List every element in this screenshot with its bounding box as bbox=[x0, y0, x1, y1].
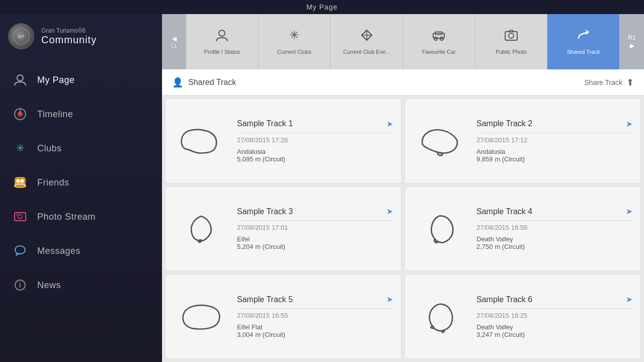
clubs-icon: ✳ bbox=[12, 140, 28, 156]
track-date-6: 27/08/2015 16:25 bbox=[476, 312, 632, 319]
track-info-2: Sample Track 2 ➤ 27/08/2015 17:12 Andalu… bbox=[476, 119, 632, 163]
track-card-2[interactable]: Sample Track 2 ➤ 27/08/2015 17:12 Andalu… bbox=[405, 99, 641, 184]
svg-point-14 bbox=[15, 246, 25, 254]
sidebar-item-my-page[interactable]: My Page bbox=[0, 63, 162, 97]
track-card-1[interactable]: Sample Track 1 ➤ 27/08/2015 17:28 Andalu… bbox=[165, 99, 401, 184]
track-name-5: Sample Track 5 bbox=[237, 295, 293, 304]
track-thumbnail-5 bbox=[174, 294, 229, 339]
track-distance-4: 2,750 m (Circuit) bbox=[476, 243, 632, 250]
track-info-3: Sample Track 3 ➤ 27/08/2015 17:01 Eifel … bbox=[237, 207, 393, 250]
track-share-icon-1: ➤ bbox=[386, 119, 393, 129]
track-info-4: Sample Track 4 ➤ 27/08/2015 16:58 Death … bbox=[476, 207, 632, 250]
tab-favourite-car[interactable]: Favourite Car bbox=[403, 14, 475, 69]
messages-icon bbox=[12, 243, 28, 259]
track-card-4[interactable]: Sample Track 4 ➤ 27/08/2015 16:58 Death … bbox=[405, 187, 641, 272]
tab-clubs[interactable]: ✳ Current Clubs bbox=[259, 14, 331, 69]
sidebar-item-timeline[interactable]: Timeline bbox=[0, 97, 162, 131]
track-card-3[interactable]: Sample Track 3 ➤ 27/08/2015 17:01 Eifel … bbox=[165, 187, 401, 272]
logo-text: Gran Turismo®6 Community bbox=[41, 27, 97, 46]
club-events-icon bbox=[360, 28, 374, 45]
sidebar: GT Gran Turismo®6 Community My Page bbox=[0, 14, 162, 362]
tab-shared-track[interactable]: Shared Track bbox=[547, 14, 620, 69]
share-track-button[interactable]: Share Track ⬆ bbox=[585, 77, 634, 88]
track-name-1: Sample Track 1 bbox=[237, 119, 293, 128]
sidebar-nav: My Page Timeline ✳ bbox=[0, 59, 162, 362]
tab-profile[interactable]: Profile / Status bbox=[186, 14, 259, 69]
track-date-2: 27/08/2015 17:12 bbox=[476, 136, 632, 144]
camera-icon bbox=[504, 28, 518, 45]
svg-point-10 bbox=[21, 179, 24, 183]
l1-label: L1 bbox=[171, 43, 177, 49]
track-card-6[interactable]: Sample Track 6 ➤ 27/08/2015 16:25 Death … bbox=[405, 274, 641, 359]
profile-icon bbox=[215, 28, 229, 45]
track-location-1: Andalusia bbox=[237, 148, 393, 155]
track-share-icon-4: ➤ bbox=[626, 207, 632, 216]
track-share-icon-2: ➤ bbox=[626, 119, 632, 129]
clubs-tab-icon: ✳ bbox=[287, 28, 301, 45]
track-location-2: Andalusia bbox=[476, 148, 632, 155]
share-track-label: Share Track bbox=[585, 78, 622, 86]
sidebar-item-clubs[interactable]: ✳ Clubs bbox=[0, 131, 162, 165]
svg-rect-8 bbox=[15, 177, 26, 188]
track-grid: Sample Track 1 ➤ 27/08/2015 17:28 Andalu… bbox=[162, 96, 644, 362]
svg-point-9 bbox=[17, 179, 20, 183]
track-date-4: 27/08/2015 16:58 bbox=[476, 224, 632, 231]
track-thumbnail-1 bbox=[174, 118, 229, 163]
tab-public-photo[interactable]: Public Photo bbox=[475, 14, 548, 69]
tab-shared-track-label: Shared Track bbox=[567, 48, 600, 55]
sidebar-item-news[interactable]: i News bbox=[0, 268, 162, 302]
track-name-4: Sample Track 4 bbox=[476, 207, 532, 216]
logo-game: Gran Turismo®6 bbox=[41, 27, 97, 34]
sidebar-item-label: Messages bbox=[37, 246, 80, 256]
track-distance-6: 3,247 m (Circuit) bbox=[476, 331, 632, 338]
sidebar-item-label: News bbox=[37, 280, 61, 291]
track-location-5: Eifel Flat bbox=[237, 323, 393, 331]
shared-track-icon bbox=[577, 28, 591, 45]
tab-favourite-car-label: Favourite Car bbox=[422, 48, 456, 55]
svg-text:✳: ✳ bbox=[16, 142, 25, 154]
nav-btn-left[interactable]: ◀ L1 bbox=[162, 14, 186, 69]
track-location-3: Eifel bbox=[237, 235, 393, 243]
friends-icon bbox=[12, 174, 28, 191]
track-thumbnail-6 bbox=[413, 294, 468, 339]
track-thumbnail-2 bbox=[413, 118, 468, 163]
track-info-5: Sample Track 5 ➤ 27/08/2015 16:55 Eifel … bbox=[237, 295, 393, 338]
nav-btn-right[interactable]: R1 ▶ bbox=[620, 14, 644, 69]
track-name-2: Sample Track 2 bbox=[476, 119, 532, 128]
track-distance-5: 3,004 m (Circuit) bbox=[237, 331, 393, 338]
track-info-1: Sample Track 1 ➤ 27/08/2015 17:28 Andalu… bbox=[237, 119, 393, 163]
tab-club-events[interactable]: Current Club Eve... bbox=[331, 14, 403, 69]
sidebar-item-label: My Page bbox=[37, 75, 75, 85]
track-thumbnail-3 bbox=[174, 206, 229, 251]
logo-community: Community bbox=[41, 34, 97, 46]
car-icon bbox=[432, 28, 446, 45]
content-area: ◀ L1 Profile / Status bbox=[162, 14, 644, 362]
svg-point-12 bbox=[18, 215, 22, 219]
track-name-3: Sample Track 3 bbox=[237, 207, 293, 216]
news-icon: i bbox=[12, 277, 28, 293]
svg-point-13 bbox=[17, 214, 18, 216]
tab-clubs-label: Current Clubs bbox=[277, 48, 311, 55]
sidebar-item-friends[interactable]: Friends bbox=[0, 165, 162, 200]
timeline-icon bbox=[12, 106, 28, 122]
section-title: 👤 Shared Track bbox=[172, 77, 236, 88]
track-card-5[interactable]: Sample Track 5 ➤ 27/08/2015 16:55 Eifel … bbox=[165, 274, 401, 359]
sidebar-item-label: Timeline bbox=[37, 109, 73, 120]
svg-point-26 bbox=[509, 33, 514, 38]
left-arrow-icon: ◀ bbox=[172, 35, 177, 42]
sidebar-item-label: Clubs bbox=[37, 143, 62, 154]
title-bar: My Page bbox=[0, 0, 644, 14]
page-title: My Page bbox=[306, 3, 338, 11]
track-name-6: Sample Track 6 bbox=[476, 295, 532, 304]
svg-text:✳: ✳ bbox=[289, 29, 299, 42]
sidebar-item-photo-stream[interactable]: Photo Stream bbox=[0, 200, 162, 234]
tab-bar: ◀ L1 Profile / Status bbox=[162, 14, 644, 69]
gt-logo: GT bbox=[8, 23, 34, 49]
tab-club-events-label: Current Club Eve... bbox=[343, 48, 390, 55]
track-distance-1: 5,095 m (Circuit) bbox=[237, 155, 393, 163]
section-header: 👤 Shared Track Share Track ⬆ bbox=[162, 69, 644, 96]
tab-public-photo-label: Public Photo bbox=[496, 48, 527, 55]
sidebar-item-messages[interactable]: Messages bbox=[0, 234, 162, 268]
track-share-icon-6: ➤ bbox=[626, 295, 632, 304]
photo-icon bbox=[12, 209, 28, 225]
